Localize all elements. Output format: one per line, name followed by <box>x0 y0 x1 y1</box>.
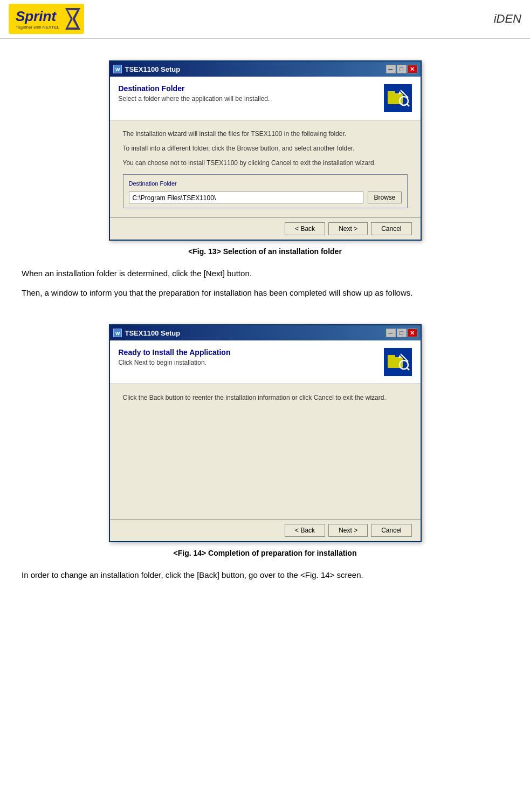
maximize-button[interactable]: □ <box>397 65 407 73</box>
fig13-titlebar: W TSEX1100 Setup ─ □ ✕ <box>110 62 421 77</box>
back-button-fig13[interactable]: < Back <box>285 222 325 235</box>
svg-text:Together with NEXTEL: Together with NEXTEL <box>16 25 59 30</box>
fig14-maximize-button[interactable]: □ <box>397 329 407 337</box>
fig13-dialog: W TSEX1100 Setup ─ □ ✕ Destination Folde… <box>109 60 422 241</box>
svg-rect-8 <box>388 91 395 94</box>
fig13-win-controls[interactable]: ─ □ ✕ <box>386 65 417 73</box>
fig14-caption: <Fig. 14> Completion of preparation for … <box>22 549 508 557</box>
fig13-header-text: Destination Folder Select a folder where… <box>119 84 270 103</box>
fig14-footer: < Back Next > Cancel <box>110 519 421 541</box>
fig13-header-icon <box>384 84 412 112</box>
dialog-icon-small: W <box>113 65 122 73</box>
svg-text:W: W <box>115 67 120 72</box>
sprint-logo: Sprint Together with NEXTEL <box>9 4 84 34</box>
dest-folder-label: Destination Folder <box>129 179 402 189</box>
close-button[interactable]: ✕ <box>408 65 417 73</box>
fig13-header-section: Destination Folder Select a folder where… <box>110 77 421 120</box>
fig13-caption: <Fig. 13> Selection of an installation f… <box>22 247 508 256</box>
destination-folder-box: Destination Folder C:\Program Files\TSEX… <box>123 174 408 209</box>
footer-body-text: In order to change an installation folde… <box>22 568 508 582</box>
next-button-fig14[interactable]: Next > <box>328 524 368 537</box>
fig14-titlebar: W TSEX1100 Setup ─ □ ✕ <box>110 325 421 340</box>
fig14-dialog-title: TSEX1100 Setup <box>125 329 181 337</box>
fig14-para1: Click the Back button to reenter the ins… <box>123 393 408 403</box>
fig14-titlebar-left: W TSEX1100 Setup <box>113 329 181 337</box>
cancel-button-fig14[interactable]: Cancel <box>371 524 411 537</box>
fig13-heading: Destination Folder <box>119 84 270 93</box>
browse-button[interactable]: Browse <box>368 192 401 203</box>
logo-area: Sprint Together with NEXTEL <box>9 4 84 34</box>
body-text-2: Then, a window to inform you that the pr… <box>22 286 508 300</box>
fig14-close-button[interactable]: ✕ <box>408 329 417 337</box>
dest-folder-row: C:\Program Files\TSEX1100\ Browse <box>129 192 402 203</box>
page-header: Sprint Together with NEXTEL iDEN <box>0 0 530 39</box>
fig14-header-text: Ready to Install the Application Click N… <box>119 348 231 366</box>
fig13-para3: You can choose not to install TSEX1100 b… <box>123 158 408 168</box>
fig13-para1: The installation wizard will install the… <box>123 129 408 139</box>
fig14-wrapper: W TSEX1100 Setup ─ □ ✕ Ready to Install … <box>22 324 508 542</box>
brand-title: iDEN <box>494 12 521 26</box>
svg-rect-17 <box>388 355 395 358</box>
svg-text:Sprint: Sprint <box>16 8 57 24</box>
fig14-header-icon <box>384 348 412 376</box>
fig14-dialog-icon-small: W <box>113 329 122 337</box>
fig13-wrapper: W TSEX1100 Setup ─ □ ✕ Destination Folde… <box>22 60 508 241</box>
fig13-titlebar-left: W TSEX1100 Setup <box>113 65 181 73</box>
fig13-dialog-title: TSEX1100 Setup <box>125 65 181 73</box>
fig14-win-controls[interactable]: ─ □ ✕ <box>386 329 417 337</box>
fig14-heading: Ready to Install the Application <box>119 348 231 357</box>
svg-text:W: W <box>115 331 120 336</box>
back-button-fig14[interactable]: < Back <box>285 524 325 537</box>
main-content: W TSEX1100 Setup ─ □ ✕ Destination Folde… <box>0 39 530 598</box>
cancel-button-fig13[interactable]: Cancel <box>371 222 411 235</box>
fig14-subheading: Click Next to begin installation. <box>119 359 231 366</box>
fig14-content: Click the Back button to reenter the ins… <box>110 384 421 519</box>
fig13-content: The installation wizard will install the… <box>110 120 421 217</box>
fig14-header-section: Ready to Install the Application Click N… <box>110 340 421 384</box>
fig13-footer: < Back Next > Cancel <box>110 217 421 240</box>
next-button-fig13[interactable]: Next > <box>328 222 368 235</box>
dest-folder-path[interactable]: C:\Program Files\TSEX1100\ <box>129 192 364 203</box>
minimize-button[interactable]: ─ <box>386 65 396 73</box>
fig13-subheading: Select a folder where the application wi… <box>119 95 270 103</box>
body-text-1: When an installation folder is determine… <box>22 267 508 281</box>
fig14-minimize-button[interactable]: ─ <box>386 329 396 337</box>
fig13-para2: To install into a different folder, clic… <box>123 144 408 154</box>
fig14-dialog: W TSEX1100 Setup ─ □ ✕ Ready to Install … <box>109 324 422 542</box>
